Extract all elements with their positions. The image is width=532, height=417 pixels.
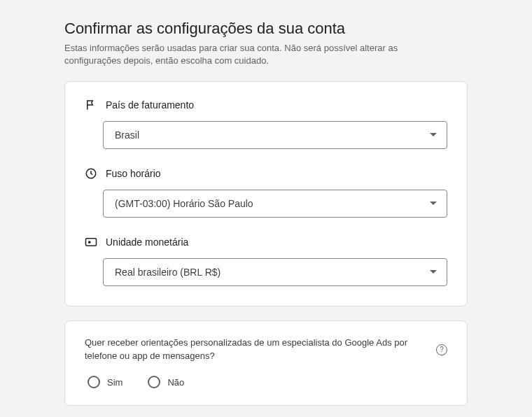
payment-icon (85, 236, 97, 248)
timezone-select[interactable]: (GMT-03:00) Horário São Paulo (103, 190, 447, 218)
svg-rect-1 (86, 239, 97, 246)
settings-card: País de faturamento Brasil Fuso horário … (64, 81, 468, 306)
currency-field: Unidade monetária Real brasileiro (BRL R… (85, 236, 447, 286)
chevron-down-icon (430, 270, 437, 274)
radio-icon (88, 376, 100, 388)
timezone-value: (GMT-03:00) Horário São Paulo (115, 198, 253, 209)
timezone-label: Fuso horário (106, 168, 161, 179)
flag-icon (85, 99, 97, 111)
chevron-down-icon (430, 133, 437, 137)
currency-value: Real brasileiro (BRL R$) (115, 267, 220, 278)
radio-icon (148, 376, 160, 388)
chevron-down-icon (430, 202, 437, 206)
page-subtitle: Estas informações serão usadas para cria… (64, 42, 428, 67)
billing-country-select[interactable]: Brasil (103, 121, 447, 149)
billing-country-label: País de faturamento (106, 99, 194, 111)
billing-country-field: País de faturamento Brasil (85, 99, 447, 149)
clock-icon (85, 167, 97, 180)
optin-no-label: Não (167, 377, 184, 388)
optin-radio-yes[interactable]: Sim (88, 376, 122, 388)
currency-label: Unidade monetária (106, 236, 188, 248)
help-icon[interactable]: ? (436, 344, 447, 355)
svg-point-2 (88, 241, 91, 244)
optin-question: Quer receber orientações personalizadas … (85, 337, 429, 363)
optin-card: Quer receber orientações personalizadas … (64, 320, 468, 406)
optin-radio-no[interactable]: Não (148, 376, 184, 388)
page-title: Confirmar as configurações da sua conta (64, 20, 468, 38)
currency-select[interactable]: Real brasileiro (BRL R$) (103, 258, 447, 286)
timezone-field: Fuso horário (GMT-03:00) Horário São Pau… (85, 167, 447, 218)
billing-country-value: Brasil (115, 129, 139, 141)
optin-yes-label: Sim (107, 377, 122, 388)
